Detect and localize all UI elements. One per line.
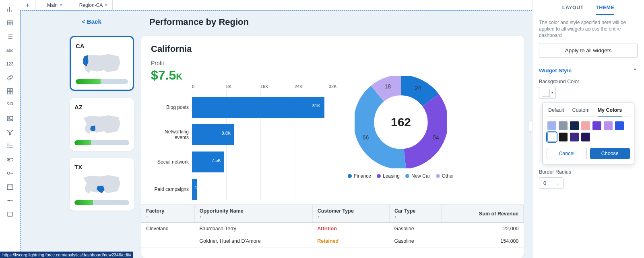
color-swatch[interactable] (559, 121, 568, 130)
color-swatch[interactable] (581, 121, 590, 130)
table-header[interactable]: Factory↑ (141, 205, 194, 223)
bar-row: Paid campaigns 1.1K (152, 176, 329, 203)
link-widget-icon[interactable] (6, 73, 14, 82)
bar-value: 31K (312, 103, 320, 108)
svg-point-8 (8, 145, 8, 146)
color-swatch[interactable] (547, 121, 556, 130)
container-widget-icon[interactable] (6, 210, 14, 219)
widget-palette: abc 123 (0, 0, 20, 258)
color-swatch[interactable] (581, 133, 590, 141)
donut-segment-label: 24 (415, 85, 421, 91)
progress-fill (76, 79, 101, 84)
svg-rect-13 (7, 185, 13, 190)
slider-widget-icon[interactable] (6, 196, 14, 205)
region-detail-panel: California Profit $7.5K 0 8K 16K 24K 32K… (141, 36, 524, 258)
border-radius-label: Border Radius (539, 169, 638, 175)
key-widget-icon[interactable] (6, 169, 14, 178)
properties-tabs: LAYOUT THEME (533, 0, 644, 15)
metric-label: Profit (151, 60, 514, 66)
bullet-list-widget-icon[interactable] (6, 141, 14, 150)
dashboard-canvas: < Back Performance by Region CA AZ TX C (20, 10, 532, 258)
date-widget-icon[interactable] (6, 182, 14, 191)
us-map-icon (74, 174, 129, 195)
browser-status-bar: https://lwcorg.lightning.force.com/analy… (0, 252, 133, 258)
chevron-up-icon: ⌃ (633, 68, 638, 74)
page-title: Performance by Region (149, 17, 523, 27)
grid-widget-icon[interactable] (6, 87, 14, 96)
color-popover: Default Custom My Colors Cancel Choose (542, 102, 634, 164)
legend-swatch (348, 174, 352, 178)
component-widget-icon[interactable] (6, 100, 14, 109)
section-title: Widget Style (539, 68, 572, 74)
add-tab-button[interactable]: + (20, 0, 35, 10)
legend-item: Leasing (377, 173, 400, 179)
color-swatch[interactable] (570, 121, 579, 130)
progress-bar (74, 200, 129, 205)
dashboard-tabs: + Main▾ Region-CA▾ (20, 0, 532, 10)
svg-rect-4 (10, 92, 12, 94)
us-map-icon (74, 114, 129, 135)
chevron-down-icon: ▾ (551, 91, 553, 94)
table-header[interactable]: Sum of Revenue (441, 205, 523, 223)
color-tab-my-colors[interactable]: My Colors (598, 107, 622, 117)
category-donut-chart: 162 24546618 FinanceLeasingNew CarOther (334, 76, 467, 179)
border-radius-value: 0 (543, 180, 546, 186)
tab-region-ca[interactable]: Region-CA▾ (74, 0, 113, 10)
svg-point-7 (8, 144, 8, 145)
svg-rect-1 (7, 88, 10, 91)
apply-to-all-button[interactable]: Apply to all widgets (539, 43, 638, 58)
filter-widget-icon[interactable] (6, 128, 14, 137)
legend-label: Leasing (383, 173, 400, 179)
color-tab-default[interactable]: Default (548, 107, 564, 113)
toggle-widget-icon[interactable] (6, 155, 14, 164)
bar-chart-xaxis: 0 8K 16K 24K 32K (192, 84, 329, 91)
donut-total: 162 (355, 76, 447, 168)
us-map-icon (76, 53, 128, 74)
number-widget-icon[interactable]: 123 (6, 59, 14, 68)
progress-bar (76, 79, 128, 84)
table-header[interactable]: Opportunity Name↑ (194, 205, 312, 223)
choose-button[interactable]: Choose (590, 148, 630, 159)
cancel-button[interactable]: Cancel (547, 148, 587, 159)
color-swatch-current (542, 89, 550, 97)
chevron-down-icon: ⌄ (556, 181, 559, 185)
color-swatch[interactable] (615, 121, 624, 130)
background-color-picker[interactable]: ▾ (539, 87, 556, 99)
progress-fill (74, 200, 93, 205)
legend-swatch (405, 174, 409, 178)
plus-icon: + (26, 2, 29, 9)
color-swatch[interactable] (559, 133, 568, 141)
table-header[interactable]: Car Type↑ (389, 205, 441, 223)
legend-item: Other (436, 173, 454, 179)
legend-label: Other (442, 173, 454, 179)
list-widget-icon[interactable] (6, 32, 14, 41)
bar-row: Social network 7.5K (152, 148, 329, 176)
text-widget-icon[interactable]: abc (6, 46, 14, 55)
tab-layout[interactable]: LAYOUT (562, 5, 584, 12)
channel-bar-chart: 0 8K 16K 24K 32K Blog posts 31KNetworkin… (152, 84, 329, 203)
legend-item: New Car (405, 173, 430, 179)
image-widget-icon[interactable] (6, 114, 14, 123)
region-card-ca[interactable]: CA (70, 36, 134, 91)
color-swatch[interactable] (592, 121, 601, 130)
region-card-tx[interactable]: TX (70, 158, 134, 211)
color-swatch[interactable] (570, 133, 579, 141)
donut-segment-label: 66 (363, 134, 369, 141)
chart-widget-icon[interactable] (6, 5, 14, 14)
svg-point-9 (8, 147, 8, 148)
table-header[interactable]: Customer Type↑ (312, 205, 389, 223)
color-tab-custom[interactable]: Custom (572, 107, 590, 113)
region-card-az[interactable]: AZ (70, 98, 134, 151)
widget-style-section-header[interactable]: Widget Style ⌃ (539, 68, 638, 74)
legend-label: New Car (411, 173, 430, 179)
tab-main[interactable]: Main▾ (35, 0, 74, 10)
border-radius-select[interactable]: 0 ⌄ (539, 177, 564, 189)
bar-value: 1.1K (195, 185, 204, 190)
table-widget-icon[interactable] (6, 18, 14, 27)
color-swatch[interactable] (604, 121, 613, 130)
legend-label: Finance (354, 173, 371, 179)
color-swatch[interactable] (547, 133, 556, 141)
svg-rect-3 (7, 92, 10, 94)
progress-bar (74, 140, 129, 145)
tab-theme[interactable]: THEME (596, 5, 614, 15)
